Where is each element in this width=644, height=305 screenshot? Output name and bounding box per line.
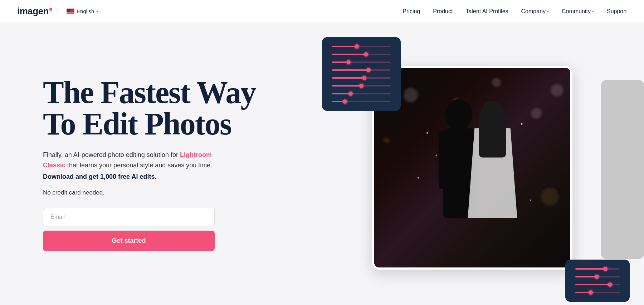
svg-point-11 [530, 200, 531, 201]
email-input[interactable] [43, 208, 215, 226]
slider-track [332, 77, 391, 79]
nav-link-pricing[interactable]: Pricing [402, 8, 420, 15]
wedding-photo [372, 66, 572, 270]
slider-track [575, 268, 620, 270]
company-chevron-icon: ▾ [547, 9, 549, 13]
slider-panel-large [322, 37, 401, 111]
svg-rect-5 [479, 113, 506, 158]
slider-row [332, 85, 391, 87]
logo[interactable]: imagen [17, 6, 52, 17]
slider-row [332, 69, 391, 71]
slider-track [332, 93, 391, 94]
hero-title: The Fastest Way To Edit Photos [43, 77, 255, 140]
svg-point-9 [512, 168, 513, 169]
hero-download-note: Download and get 1,000 free AI edits. [43, 173, 255, 181]
slider-row [575, 292, 620, 293]
slider-row [332, 93, 391, 94]
slider-row [332, 77, 391, 79]
slider-row [575, 268, 620, 270]
nav-link-talent-ai-profiles[interactable]: Talent AI Profiles [465, 8, 508, 15]
slider-track [332, 46, 391, 47]
language-label: English [77, 8, 94, 14]
flag-icon [67, 9, 74, 14]
nav-link-product[interactable]: Product [433, 8, 453, 15]
language-chevron-icon: ▾ [96, 9, 98, 13]
signup-form: Get started [43, 208, 215, 251]
slider-row [575, 276, 620, 277]
slider-panel-small [565, 260, 630, 302]
slider-row [332, 62, 391, 63]
slider-track [575, 284, 620, 285]
svg-point-6 [426, 132, 428, 134]
community-chevron-icon: ▾ [592, 9, 594, 13]
slider-track [575, 276, 620, 277]
nav-link-community[interactable]: Community ▾ [562, 8, 594, 15]
slider-track [332, 54, 391, 55]
get-started-button[interactable]: Get started [43, 231, 215, 251]
slider-row [332, 54, 391, 55]
slider-track [575, 292, 620, 293]
svg-point-0 [445, 99, 472, 131]
navbar: imagen English ▾ Pricing Product Talent … [0, 0, 644, 23]
hero-section: The Fastest Way To Edit Photos Finally, … [0, 23, 644, 305]
logo-text: imagen [17, 6, 49, 17]
slider-track [332, 85, 391, 87]
slider-track [332, 62, 391, 63]
slider-track [332, 69, 391, 71]
language-selector[interactable]: English ▾ [64, 7, 101, 16]
svg-rect-2 [439, 131, 448, 189]
svg-point-7 [436, 154, 437, 156]
slider-row [332, 101, 391, 102]
hero-content: The Fastest Way To Edit Photos Finally, … [43, 77, 255, 251]
slider-row [332, 46, 391, 47]
hero-subtitle: Finally, an AI-powered photo editing sol… [43, 150, 229, 171]
gray-card-decoration [601, 80, 644, 259]
nav-link-company[interactable]: Company ▾ [521, 8, 549, 15]
slider-track [332, 101, 391, 102]
hero-visuals [322, 37, 644, 305]
nav-links: Pricing Product Talent AI Profiles Compa… [402, 8, 627, 15]
nav-link-support[interactable]: Support [607, 8, 627, 15]
svg-point-10 [418, 177, 419, 178]
hero-no-cc: No credit card needed. [43, 189, 255, 196]
svg-point-8 [521, 123, 523, 125]
slider-row [575, 284, 620, 285]
logo-dot-accent [49, 8, 52, 11]
